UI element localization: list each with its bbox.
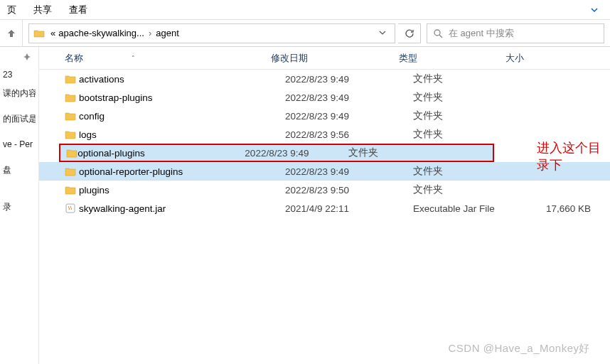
sidebar: 23 课的内容 的面试是 ve - Per 盘 录 — [0, 47, 39, 364]
file-type: Executable Jar File — [413, 203, 520, 214]
sidebar-item[interactable]: 盘 — [3, 161, 36, 179]
file-name: config — [79, 111, 285, 122]
svg-point-0 — [434, 30, 440, 36]
file-type: 文件夹 — [413, 128, 520, 141]
menubar: 页 共享 查看 — [0, 0, 610, 20]
address-bar[interactable]: « apache-skywalking... › agent — [28, 23, 395, 43]
folder-icon — [65, 74, 79, 84]
refresh-icon — [405, 28, 414, 38]
file-date: 2022/8/23 9:49 — [285, 92, 413, 103]
file-size: 17,660 KB — [520, 203, 591, 214]
file-name: activations — [79, 74, 285, 85]
column-date[interactable]: 修改日期 — [271, 52, 399, 65]
chevron-down-icon — [379, 29, 386, 36]
folder-icon — [33, 28, 45, 38]
main-area: 23 课的内容 的面试是 ve - Per 盘 录 名称 ˄ 修改日期 类型 大… — [0, 47, 610, 364]
file-row[interactable]: optional-plugins2022/8/23 9:49文件夹 — [59, 144, 494, 162]
file-list-area: 名称 ˄ 修改日期 类型 大小 activations2022/8/23 9:4… — [39, 47, 610, 364]
sidebar-item[interactable]: 录 — [3, 198, 36, 216]
file-type: 文件夹 — [413, 73, 520, 85]
folder-icon — [65, 166, 79, 176]
file-date: 2022/8/23 9:49 — [285, 74, 413, 85]
sidebar-item[interactable]: 的面试是 — [3, 109, 36, 128]
menu-item-view[interactable]: 查看 — [69, 4, 87, 16]
sidebar-item[interactable]: 23 — [3, 65, 36, 84]
file-date: 2021/4/9 22:11 — [285, 203, 413, 214]
column-headers: 名称 ˄ 修改日期 类型 大小 — [39, 47, 610, 70]
folder-icon — [65, 129, 79, 139]
pin-icon — [23, 53, 31, 61]
search-icon — [433, 28, 443, 38]
menu-item-share[interactable]: 共享 — [33, 4, 52, 16]
file-type: 文件夹 — [413, 165, 520, 178]
column-type[interactable]: 类型 — [399, 52, 505, 65]
file-name: bootstrap-plugins — [79, 92, 285, 103]
chevron-down-icon — [590, 6, 599, 14]
sidebar-item[interactable]: ve - Per — [3, 135, 36, 154]
expand-ribbon-button[interactable] — [586, 4, 603, 16]
file-row[interactable]: plugins2022/8/23 9:50文件夹 — [39, 181, 610, 199]
annotation-text: 进入这个目录下 — [537, 139, 610, 173]
file-row[interactable]: logs2022/8/23 9:56文件夹 — [39, 125, 610, 144]
file-name: skywalking-agent.jar — [79, 203, 285, 214]
jar-icon — [65, 203, 79, 214]
svg-rect-1 — [66, 204, 75, 213]
file-date: 2022/8/23 9:50 — [285, 185, 413, 196]
breadcrumb-root[interactable]: apache-skywalking... — [57, 28, 146, 38]
file-type: 文件夹 — [413, 183, 520, 196]
folder-icon — [66, 148, 77, 158]
file-row[interactable]: activations2022/8/23 9:49文件夹 — [39, 70, 610, 88]
folder-icon — [65, 185, 79, 195]
search-placeholder: 在 agent 中搜索 — [449, 27, 514, 40]
column-size[interactable]: 大小 — [505, 52, 577, 65]
folder-icon — [65, 92, 79, 102]
breadcrumb-current[interactable]: agent — [154, 28, 181, 38]
sort-indicator-icon: ˄ — [132, 55, 135, 62]
file-name: logs — [79, 129, 285, 140]
file-date: 2022/8/23 9:56 — [285, 129, 413, 140]
file-row[interactable]: optional-reporter-plugins2022/8/23 9:49文… — [39, 162, 610, 181]
search-input[interactable]: 在 agent 中搜索 — [427, 23, 604, 43]
toolbar: « apache-skywalking... › agent 在 agent 中… — [0, 20, 610, 47]
file-type: 文件夹 — [413, 91, 520, 104]
address-dropdown[interactable] — [375, 28, 390, 38]
file-name: optional-reporter-plugins — [79, 166, 285, 177]
file-row[interactable]: bootstrap-plugins2022/8/23 9:49文件夹 — [39, 88, 610, 107]
file-date: 2022/8/23 9:49 — [245, 148, 348, 159]
file-row[interactable]: skywalking-agent.jar2021/4/9 22:11Execut… — [39, 199, 610, 218]
up-arrow-icon — [6, 28, 16, 38]
file-name: plugins — [79, 185, 285, 196]
file-type: 文件夹 — [413, 109, 520, 122]
up-button[interactable] — [0, 20, 23, 47]
file-date: 2022/8/23 9:49 — [285, 111, 413, 122]
column-name[interactable]: 名称 ˄ — [65, 52, 271, 65]
refresh-button[interactable] — [398, 23, 421, 43]
menu-item-page[interactable]: 页 — [7, 4, 16, 16]
file-type: 文件夹 — [348, 146, 435, 159]
folder-icon — [65, 111, 79, 121]
sidebar-item[interactable]: 课的内容 — [3, 84, 36, 102]
file-name: optional-plugins — [77, 148, 245, 159]
file-date: 2022/8/23 9:49 — [285, 166, 413, 177]
pin-button[interactable] — [3, 53, 36, 61]
breadcrumb-prefix: « — [49, 28, 57, 38]
file-row[interactable]: config2022/8/23 9:49文件夹 — [39, 107, 610, 125]
watermark: CSDN @Have_a_Monkey好 — [449, 342, 590, 355]
breadcrumb-separator: › — [146, 28, 154, 38]
